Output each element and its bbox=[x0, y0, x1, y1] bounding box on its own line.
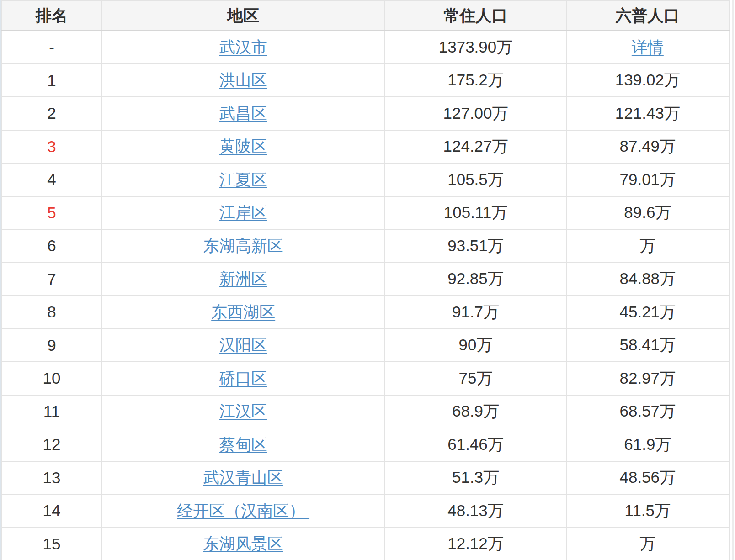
region-cell: 江岸区 bbox=[101, 196, 385, 230]
column-header-resident-population: 常住人口 bbox=[385, 0, 566, 31]
region-cell: 江汉区 bbox=[101, 395, 385, 428]
region-cell: 武汉市 bbox=[101, 31, 385, 64]
region-cell: 经开区（汉南区） bbox=[101, 494, 385, 528]
census6-population-cell: 45.21万 bbox=[566, 296, 729, 329]
census6-population-value: 82.97万 bbox=[620, 369, 676, 387]
table-row: 9 汉阳区 90万 58.41万 bbox=[2, 329, 729, 362]
table-row: 13 武汉青山区 51.3万 48.56万 bbox=[2, 461, 729, 495]
rank-value: 1 bbox=[47, 71, 56, 89]
resident-population-value: 127.00万 bbox=[443, 104, 508, 122]
census6-population-cell: 万 bbox=[566, 229, 729, 263]
region-link[interactable]: 东湖风景区 bbox=[203, 534, 283, 552]
rank-value: 12 bbox=[43, 435, 61, 453]
resident-population-value: 51.3万 bbox=[452, 468, 499, 486]
region-cell: 东湖风景区 bbox=[101, 528, 385, 560]
rank-cell: 4 bbox=[2, 163, 101, 196]
table-row: 2 武昌区 127.00万 121.43万 bbox=[2, 97, 729, 130]
census-detail-link[interactable]: 详情 bbox=[632, 38, 664, 56]
table-row: 3 黄陂区 124.27万 87.49万 bbox=[2, 130, 729, 164]
rank-value: 9 bbox=[47, 336, 56, 354]
region-link[interactable]: 江夏区 bbox=[219, 170, 267, 188]
region-link[interactable]: 硚口区 bbox=[219, 369, 267, 387]
resident-population-cell: 105.5万 bbox=[385, 163, 566, 196]
region-link[interactable]: 汉阳区 bbox=[219, 336, 267, 354]
table-row: 12 蔡甸区 61.46万 61.9万 bbox=[2, 428, 729, 461]
resident-population-value: 75万 bbox=[459, 369, 493, 387]
table-body: - 武汉市 1373.90万 详情 1 洪山区 175.2万 139.02万 2… bbox=[2, 31, 729, 560]
region-cell: 新洲区 bbox=[101, 263, 385, 296]
region-link[interactable]: 蔡甸区 bbox=[219, 435, 267, 453]
header-row: 排名 地区 常住人口 六普人口 bbox=[2, 0, 729, 31]
table-row: 14 经开区（汉南区） 48.13万 11.5万 bbox=[2, 494, 729, 528]
census6-population-value: 61.9万 bbox=[624, 435, 671, 453]
scrollbar-track[interactable] bbox=[732, 0, 734, 560]
region-link[interactable]: 东西湖区 bbox=[211, 303, 275, 321]
table-row: 8 东西湖区 91.7万 45.21万 bbox=[2, 296, 729, 329]
rank-value: 2 bbox=[47, 104, 56, 122]
rank-cell: 8 bbox=[2, 296, 101, 329]
resident-population-value: 105.11万 bbox=[444, 203, 507, 221]
population-table: 排名 地区 常住人口 六普人口 - 武汉市 1373.90万 详情 1 洪山区 … bbox=[1, 0, 730, 560]
column-header-rank: 排名 bbox=[2, 0, 101, 31]
census6-population-cell: 139.02万 bbox=[566, 64, 729, 97]
resident-population-value: 175.2万 bbox=[447, 71, 504, 89]
census6-population-cell: 79.01万 bbox=[566, 163, 729, 196]
column-header-region: 地区 bbox=[101, 0, 385, 31]
region-link[interactable]: 武汉市 bbox=[219, 38, 267, 56]
table-row: 11 江汉区 68.9万 68.57万 bbox=[2, 395, 729, 428]
rank-value: 6 bbox=[47, 237, 56, 254]
region-link[interactable]: 江汉区 bbox=[219, 402, 267, 420]
region-cell: 黄陂区 bbox=[101, 130, 385, 164]
region-cell: 硚口区 bbox=[101, 362, 385, 395]
census6-population-cell: 61.9万 bbox=[566, 428, 729, 461]
table-row: 15 东湖风景区 12.12万 万 bbox=[2, 528, 729, 560]
region-link[interactable]: 武昌区 bbox=[219, 104, 267, 122]
rank-value: 7 bbox=[47, 270, 56, 288]
rank-cell: - bbox=[2, 31, 101, 64]
resident-population-cell: 61.46万 bbox=[385, 428, 566, 461]
rank-cell: 11 bbox=[2, 395, 101, 428]
census6-population-value: 11.5万 bbox=[625, 502, 671, 519]
region-cell: 江夏区 bbox=[101, 163, 385, 196]
region-cell: 武昌区 bbox=[101, 97, 385, 130]
region-link[interactable]: 武汉青山区 bbox=[203, 468, 283, 486]
region-link[interactable]: 黄陂区 bbox=[219, 137, 267, 155]
census6-population-value: 48.56万 bbox=[620, 468, 676, 486]
census6-population-value: 139.02万 bbox=[615, 71, 680, 89]
table-row: - 武汉市 1373.90万 详情 bbox=[2, 31, 729, 64]
resident-population-cell: 92.85万 bbox=[385, 263, 566, 296]
region-link[interactable]: 东湖高新区 bbox=[203, 237, 283, 254]
table-row: 4 江夏区 105.5万 79.01万 bbox=[2, 163, 729, 196]
resident-population-value: 93.51万 bbox=[447, 237, 504, 254]
rank-value: 3 bbox=[47, 137, 56, 155]
region-link[interactable]: 经开区（汉南区） bbox=[177, 502, 309, 519]
region-link[interactable]: 洪山区 bbox=[219, 71, 267, 89]
rank-cell: 2 bbox=[2, 97, 101, 130]
rank-value: 8 bbox=[47, 303, 56, 321]
table-row: 1 洪山区 175.2万 139.02万 bbox=[2, 64, 729, 97]
resident-population-cell: 90万 bbox=[385, 329, 566, 362]
rank-cell: 15 bbox=[2, 528, 101, 560]
resident-population-cell: 75万 bbox=[385, 362, 566, 395]
table-row: 5 江岸区 105.11万 89.6万 bbox=[2, 196, 729, 230]
rank-value: 13 bbox=[43, 469, 61, 486]
table-row: 6 东湖高新区 93.51万 万 bbox=[2, 229, 729, 263]
rank-value: 15 bbox=[43, 535, 61, 553]
census6-population-cell: 89.6万 bbox=[566, 196, 729, 230]
table-header: 排名 地区 常住人口 六普人口 bbox=[2, 0, 729, 31]
region-link[interactable]: 江岸区 bbox=[219, 203, 267, 221]
region-cell: 汉阳区 bbox=[101, 329, 385, 362]
resident-population-value: 124.27万 bbox=[443, 137, 508, 155]
census6-population-value: 58.41万 bbox=[620, 336, 676, 354]
census6-population-value: 万 bbox=[639, 237, 655, 254]
census6-population-cell: 详情 bbox=[566, 31, 729, 64]
census6-population-value: 87.49万 bbox=[620, 137, 676, 155]
rank-cell: 10 bbox=[2, 362, 101, 395]
resident-population-cell: 105.11万 bbox=[385, 196, 566, 230]
resident-population-cell: 1373.90万 bbox=[385, 31, 566, 64]
region-link[interactable]: 新洲区 bbox=[219, 269, 267, 287]
rank-value: - bbox=[49, 38, 54, 56]
census6-population-cell: 万 bbox=[566, 528, 729, 560]
rank-value: 4 bbox=[47, 170, 56, 188]
rank-value: 11 bbox=[43, 402, 60, 420]
